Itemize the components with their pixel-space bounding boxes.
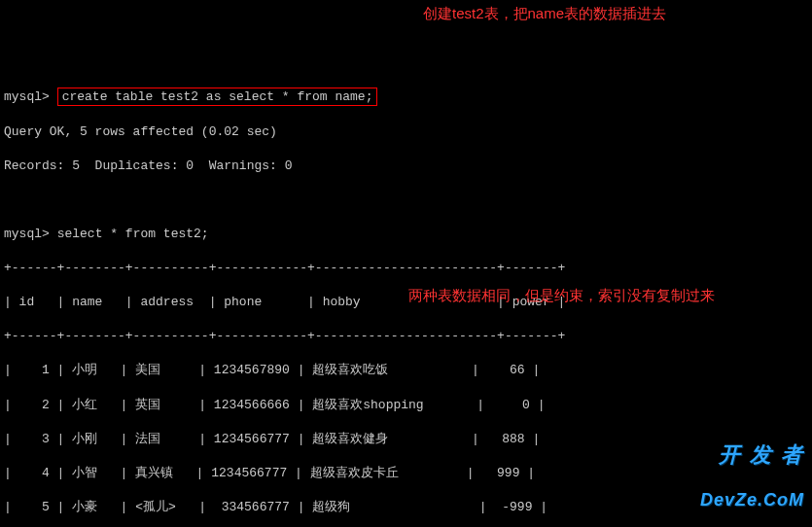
watermark-line1: 开 发 者 xyxy=(700,444,804,466)
table-separator: +------+--------+----------+------------… xyxy=(4,328,808,345)
mysql-prompt: mysql> xyxy=(4,227,50,241)
records-line: Records: 5 Duplicates: 0 Warnings: 0 xyxy=(4,158,808,175)
query-ok-line: Query OK, 5 rows affected (0.02 sec) xyxy=(4,123,808,141)
command-text: select * from test2; xyxy=(57,227,209,241)
table-row: | 4 | 小智 | 真兴镇 | 1234566777 | 超级喜欢皮卡丘 | … xyxy=(4,465,808,482)
prompt-line-select-test2: mysql> select * from test2; xyxy=(4,226,808,243)
table-row: | 1 | 小明 | 美国 | 1234567890 | 超级喜欢吃饭 | 66… xyxy=(4,362,808,379)
highlighted-command: create table test2 as select * from name… xyxy=(57,88,378,107)
table-separator: +------+--------+----------+------------… xyxy=(4,260,808,277)
table-row: | 5 | 小豪 | <孤儿> | 334566777 | 超级狗 | -999… xyxy=(4,499,808,516)
mysql-prompt: mysql> xyxy=(4,88,50,106)
watermark-line2: DevZe.CoM xyxy=(700,491,804,509)
annotation-create-table: 创建test2表，把name表的数据插进去 xyxy=(423,4,666,23)
table-row: | 3 | 小刚 | 法国 | 1234566777 | 超级喜欢健身 | 88… xyxy=(4,431,808,448)
prompt-line-create: mysql> create table test2 as select * fr… xyxy=(4,88,808,107)
table-row: | 2 | 小红 | 英国 | 1234566666 | 超级喜欢shoppin… xyxy=(4,397,808,414)
annotation-data-same: 两种表数据相同，但是约束，索引没有复制过来 xyxy=(408,286,715,305)
blank-line xyxy=(4,192,808,209)
watermark-logo: 开 发 者 DevZe.CoM xyxy=(700,419,804,521)
